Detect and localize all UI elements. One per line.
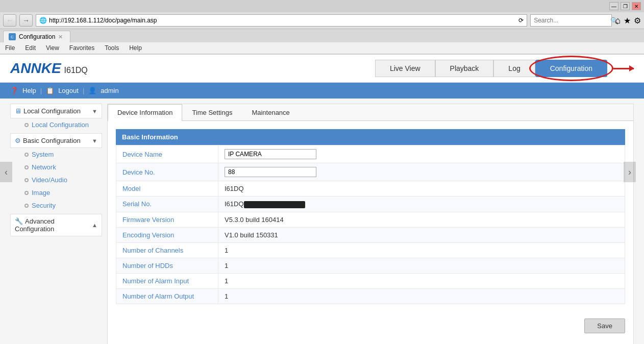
config-tab-wrapper: Configuration bbox=[535, 60, 607, 77]
tab-device-information[interactable]: Device Information bbox=[108, 104, 182, 121]
menu-edit[interactable]: Edit bbox=[23, 43, 38, 53]
field-value-firmware: V5.3.0 build 160414 bbox=[218, 212, 625, 227]
menu-file[interactable]: File bbox=[3, 43, 17, 53]
gear-icon: ⚙ bbox=[15, 137, 21, 144]
browser-menubar: File Edit View Favorites Tools Help bbox=[0, 42, 644, 54]
serial-prefix: I61DQ bbox=[225, 200, 244, 208]
main-content: 🖥Local Configuration ▼ Local Configurati… bbox=[0, 99, 644, 344]
favorites-icon[interactable]: ★ bbox=[624, 16, 631, 26]
table-row: Number of Alarm Input 1 bbox=[116, 273, 625, 288]
search-bar[interactable]: 🔍 bbox=[530, 14, 612, 27]
table-row: Device No. bbox=[116, 163, 625, 181]
sidebar-item-image[interactable]: Image bbox=[10, 186, 102, 199]
help-link[interactable]: Help bbox=[22, 87, 36, 94]
field-value-alarm-input: 1 bbox=[218, 273, 625, 288]
field-value-device-no bbox=[218, 163, 625, 181]
close-btn[interactable]: ✕ bbox=[632, 2, 641, 10]
info-section: Basic Information Device Name Device No. bbox=[108, 121, 633, 312]
search-input[interactable] bbox=[534, 17, 610, 24]
side-nav-left[interactable]: ‹ bbox=[0, 162, 12, 182]
logo-model: I61DQ bbox=[64, 66, 88, 75]
info-table: Device Name Device No. bbox=[116, 145, 625, 304]
field-label-device-name: Device Name bbox=[116, 145, 218, 163]
field-value-encoding: V1.0 build 150331 bbox=[218, 227, 625, 242]
advanced-config-header[interactable]: 🔧Advanced Configuration ▲ bbox=[10, 214, 102, 236]
tab-playback[interactable]: Playback bbox=[435, 60, 494, 77]
sidebar-item-security[interactable]: Security bbox=[10, 199, 102, 212]
lock-icon: 🌐 bbox=[39, 17, 47, 24]
home-icon[interactable]: ⌂ bbox=[615, 15, 621, 26]
sidebar-item-video-audio[interactable]: Video/Audio bbox=[10, 174, 102, 186]
forward-button[interactable]: → bbox=[19, 14, 33, 27]
arrow-indicator bbox=[613, 68, 634, 69]
settings-icon[interactable]: ⚙ bbox=[634, 16, 641, 26]
device-no-input[interactable] bbox=[225, 167, 316, 177]
table-row: Encoding Version V1.0 build 150331 bbox=[116, 227, 625, 242]
side-nav-right[interactable]: › bbox=[624, 162, 636, 182]
menu-tools[interactable]: Tools bbox=[103, 43, 121, 53]
field-value-channels: 1 bbox=[218, 242, 625, 258]
tab-maintenance[interactable]: Maintenance bbox=[242, 104, 299, 120]
local-config-header[interactable]: 🖥Local Configuration ▼ bbox=[10, 104, 102, 118]
redacted-serial bbox=[244, 201, 305, 208]
logout-icon: 📋 bbox=[46, 87, 54, 94]
tab-close-btn[interactable]: ✕ bbox=[58, 34, 63, 40]
person-icon: 👤 bbox=[88, 87, 96, 94]
save-button[interactable]: Save bbox=[584, 318, 625, 333]
username-link[interactable]: admin bbox=[101, 87, 118, 94]
field-value-device-name bbox=[218, 145, 625, 163]
tab-favicon: C bbox=[9, 33, 16, 40]
nav-tabs: Live View Playback Log Configuration bbox=[375, 60, 607, 77]
nav-arrow bbox=[613, 68, 634, 69]
menu-help[interactable]: Help bbox=[127, 43, 144, 53]
field-label-channels: Number of Channels bbox=[116, 242, 218, 258]
sidebar: 🖥Local Configuration ▼ Local Configurati… bbox=[10, 104, 102, 344]
sidebar-item-local-configuration[interactable]: Local Configuration bbox=[10, 118, 102, 131]
field-label-encoding: Encoding Version bbox=[116, 227, 218, 242]
menu-view[interactable]: View bbox=[44, 43, 61, 53]
tab-live-view[interactable]: Live View bbox=[375, 60, 435, 77]
tab-time-settings[interactable]: Time Settings bbox=[182, 104, 242, 120]
restore-btn[interactable]: ❐ bbox=[621, 2, 630, 10]
content-panel: Device Information Time Settings Mainten… bbox=[107, 104, 634, 344]
refresh-icon[interactable]: ⟳ bbox=[518, 17, 524, 24]
dot-icon bbox=[24, 123, 29, 127]
field-label-firmware: Firmware Version bbox=[116, 212, 218, 227]
field-value-alarm-output: 1 bbox=[218, 288, 625, 304]
chevron-down-icon-2: ▼ bbox=[92, 138, 97, 144]
tab-configuration[interactable]: Configuration bbox=[535, 60, 607, 77]
browser-tab-bar: C Configuration ✕ bbox=[0, 29, 644, 42]
field-label-model: Model bbox=[116, 181, 218, 196]
dot-icon-image bbox=[24, 191, 29, 195]
table-row: Model I61DQ bbox=[116, 181, 625, 196]
back-button[interactable]: ← bbox=[3, 14, 16, 27]
field-value-serial: I61DQ bbox=[218, 196, 625, 212]
logout-link[interactable]: Logout bbox=[58, 87, 79, 94]
table-row: Serial No. I61DQ bbox=[116, 196, 625, 212]
dot-icon-security bbox=[24, 204, 29, 208]
basic-info-header: Basic Information bbox=[116, 129, 625, 145]
tab-log[interactable]: Log bbox=[493, 60, 535, 77]
minimize-btn[interactable]: — bbox=[609, 2, 618, 10]
table-row: Number of Channels 1 bbox=[116, 242, 625, 258]
separator-1: | bbox=[40, 87, 42, 94]
field-label-alarm-input: Number of Alarm Input bbox=[116, 273, 218, 288]
browser-tab[interactable]: C Configuration ✕ bbox=[3, 31, 70, 42]
content-tabs: Device Information Time Settings Mainten… bbox=[108, 104, 633, 121]
menu-favorites[interactable]: Favorites bbox=[67, 43, 96, 53]
field-value-hdds: 1 bbox=[218, 258, 625, 273]
sidebar-item-system[interactable]: System bbox=[10, 148, 102, 161]
dot-icon-network bbox=[24, 165, 29, 169]
address-bar[interactable]: 🌐 ⟳ bbox=[36, 14, 527, 27]
browser-toolbar: ← → 🌐 ⟳ 🔍 ⌂ ★ ⚙ bbox=[0, 12, 644, 29]
chevron-up-icon: ▲ bbox=[92, 222, 97, 228]
device-name-input[interactable] bbox=[225, 149, 316, 159]
sidebar-section-local: 🖥Local Configuration ▼ Local Configurati… bbox=[10, 104, 102, 131]
sidebar-item-network[interactable]: Network bbox=[10, 161, 102, 174]
address-input[interactable] bbox=[49, 17, 516, 24]
browser-chrome: — ❐ ✕ ← → 🌐 ⟳ 🔍 ⌂ ★ ⚙ C Configuration ✕ … bbox=[0, 0, 644, 55]
field-label-hdds: Number of HDDs bbox=[116, 258, 218, 273]
table-row: Device Name bbox=[116, 145, 625, 163]
browser-titlebar: — ❐ ✕ bbox=[0, 0, 644, 12]
basic-config-header[interactable]: ⚙Basic Configuration ▼ bbox=[10, 133, 102, 148]
